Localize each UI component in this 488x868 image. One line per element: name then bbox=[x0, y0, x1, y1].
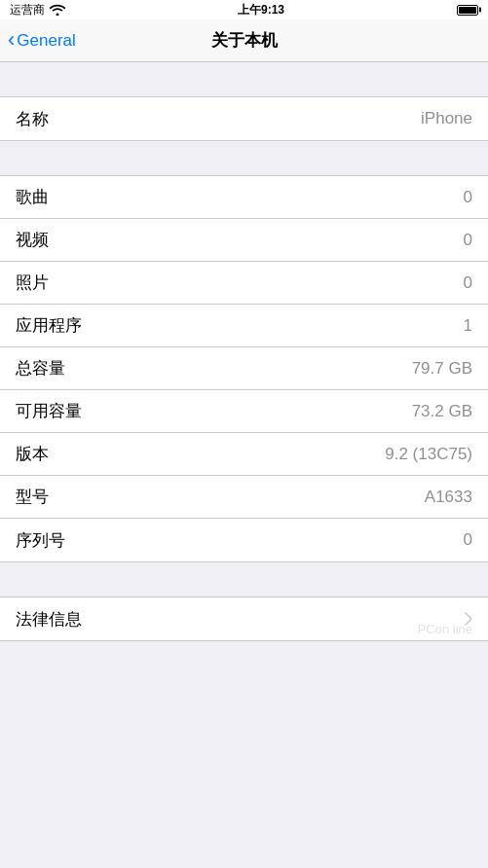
section-gap-bottom bbox=[0, 562, 488, 597]
page-title: 关于本机 bbox=[211, 29, 278, 52]
section-legal: 法律信息 PCon line bbox=[0, 597, 488, 641]
row-label-videos: 视频 bbox=[16, 229, 49, 251]
row-label-available: 可用容量 bbox=[16, 400, 82, 422]
wifi-icon bbox=[50, 4, 65, 16]
back-label: General bbox=[17, 31, 75, 51]
back-chevron-icon: ‹ bbox=[8, 29, 15, 51]
status-left: 运营商 bbox=[10, 2, 65, 18]
row-value-model: A1633 bbox=[425, 488, 472, 507]
row-value-serial: 0 bbox=[464, 530, 472, 550]
row-label-apps: 应用程序 bbox=[16, 314, 82, 337]
row-label-songs: 歌曲 bbox=[16, 186, 49, 208]
content: 名称 iPhone 歌曲 0 视频 0 照片 0 应用程序 1 总容量 79.7… bbox=[0, 62, 488, 641]
row-value-songs: 0 bbox=[464, 188, 472, 207]
time-label: 上午9:13 bbox=[238, 2, 284, 18]
row-label-version: 版本 bbox=[16, 443, 49, 465]
section-device-info: 歌曲 0 视频 0 照片 0 应用程序 1 总容量 79.7 GB 可用容量 7… bbox=[0, 175, 488, 562]
table-row[interactable]: 法律信息 bbox=[0, 597, 488, 640]
status-bar: 运营商 上午9:13 bbox=[0, 0, 488, 19]
section-gap-mid bbox=[0, 141, 488, 175]
row-label-serial: 序列号 bbox=[16, 529, 65, 552]
row-value-name: iPhone bbox=[421, 109, 472, 128]
row-value-apps: 1 bbox=[464, 316, 472, 336]
table-row[interactable]: 名称 iPhone bbox=[0, 97, 488, 140]
row-label-name: 名称 bbox=[16, 108, 49, 130]
table-row: 照片 0 bbox=[0, 262, 488, 305]
row-value-available: 73.2 GB bbox=[412, 402, 472, 421]
table-row: 歌曲 0 bbox=[0, 176, 488, 219]
carrier-label: 运营商 bbox=[10, 2, 45, 18]
section-gap-top bbox=[0, 62, 488, 96]
row-value-photos: 0 bbox=[464, 273, 472, 293]
table-row: 序列号 0 bbox=[0, 519, 488, 561]
row-value-videos: 0 bbox=[464, 231, 472, 250]
row-label-capacity: 总容量 bbox=[16, 357, 65, 380]
back-button[interactable]: ‹ General bbox=[8, 30, 76, 51]
row-label-model: 型号 bbox=[16, 486, 49, 508]
row-value-capacity: 79.7 GB bbox=[412, 359, 472, 379]
table-row: 型号 A1633 bbox=[0, 476, 488, 519]
table-row: 视频 0 bbox=[0, 219, 488, 262]
table-row: 总容量 79.7 GB bbox=[0, 347, 488, 390]
row-label-legal: 法律信息 bbox=[16, 608, 82, 631]
section-name: 名称 iPhone bbox=[0, 96, 488, 141]
table-row: 版本 9.2 (13C75) bbox=[0, 433, 488, 476]
row-value-version: 9.2 (13C75) bbox=[385, 445, 472, 464]
row-label-photos: 照片 bbox=[16, 271, 49, 294]
nav-bar: ‹ General 关于本机 bbox=[0, 19, 488, 62]
battery-icon bbox=[457, 5, 478, 16]
watermark-label: PCon line bbox=[418, 622, 472, 636]
table-row: 应用程序 1 bbox=[0, 305, 488, 347]
table-row: 可用容量 73.2 GB bbox=[0, 390, 488, 433]
status-right bbox=[457, 5, 478, 16]
